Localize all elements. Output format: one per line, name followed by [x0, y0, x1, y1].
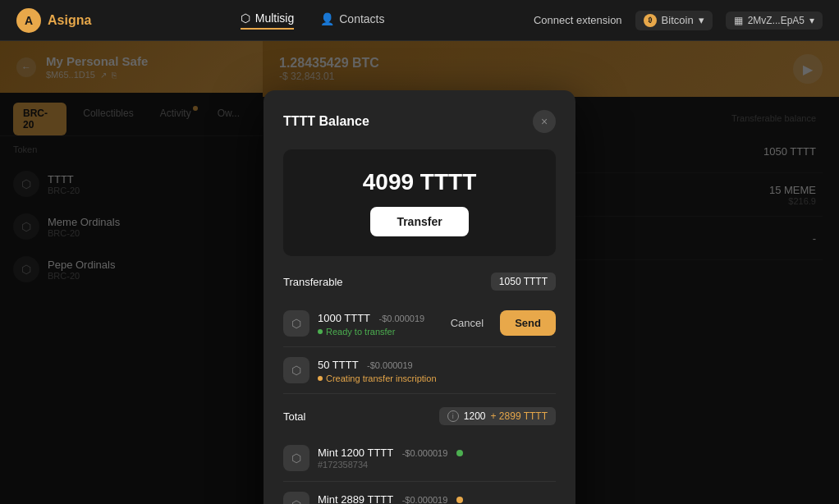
network-icon: ₿ — [644, 14, 657, 27]
transferable-section-header: Transferable 1050 TTTT — [283, 273, 556, 291]
chevron-down-icon: ▾ — [699, 14, 704, 26]
transfer-info-1: 1000 TTTT -$0.000019 Ready to transfer — [318, 310, 433, 337]
transfer-icon-1: ⬡ — [283, 310, 309, 337]
transferable-label: Transferable — [283, 276, 343, 288]
nav-contacts[interactable]: 👤 Contacts — [320, 12, 384, 29]
topnav-right: Connect extension ₿ Bitcoin ▾ ▦ 2MvZ...E… — [534, 11, 823, 30]
status-dot-green-1 — [318, 329, 323, 334]
nav-center: ⬡ Multisig 👤 Contacts — [241, 11, 385, 30]
network-selector[interactable]: ₿ Bitcoin ▾ — [635, 11, 713, 30]
wallet-address-label: 2MvZ...EpA5 — [748, 15, 805, 26]
mint-item-2889: ⬡ Mint 2889 TTTT -$0.000019 #172358734 — [283, 482, 556, 504]
balance-display: 4099 TTTT Transfer — [283, 149, 556, 256]
topnav: A Asigna ⬡ Multisig 👤 Contacts Connect e… — [0, 0, 839, 41]
mint-status-dot-orange — [456, 497, 463, 503]
modal-tttt-balance: TTTT Balance × 4099 TTTT Transfer Transf… — [264, 90, 575, 504]
wallet-icon: ▦ — [734, 15, 743, 26]
info-icon: i — [447, 410, 459, 422]
total-section: Total i 1200 + 2899 TTTT ⬡ Mint 1200 TTT… — [283, 407, 556, 504]
modal-header: TTTT Balance × — [283, 110, 556, 133]
modal-close-button[interactable]: × — [533, 110, 556, 133]
connect-button[interactable]: Connect extension — [534, 14, 622, 26]
contacts-icon: 👤 — [320, 12, 334, 25]
balance-amount: 4099 TTTT — [303, 169, 536, 195]
send-button[interactable]: Send — [500, 310, 556, 336]
mint-icon-2: ⬡ — [283, 492, 309, 504]
mint-status-dot-green — [456, 450, 463, 456]
transfer-button[interactable]: Transfer — [370, 207, 468, 236]
action-buttons: Cancel Send — [441, 310, 556, 336]
logo-icon: A — [16, 8, 41, 33]
main-content: ← My Personal Safe $M65..1D15 ↗ ⎘ BRC-20… — [0, 41, 839, 504]
transfer-item-1000: ⬡ 1000 TTTT -$0.000019 Ready to transfer… — [283, 300, 556, 347]
total-section-header: Total i 1200 + 2899 TTTT — [283, 407, 556, 425]
wallet-address[interactable]: ▦ 2MvZ...EpA5 ▾ — [726, 11, 823, 30]
network-label: Bitcoin — [662, 14, 694, 26]
chevron-down-icon: ▾ — [809, 15, 814, 26]
transferable-badge: 1050 TTTT — [491, 273, 556, 291]
logo: A Asigna — [16, 8, 91, 33]
transfer-item-50: ⬡ 50 TTTT -$0.000019 Creating transfer i… — [283, 347, 556, 394]
nav-multisig[interactable]: ⬡ Multisig — [241, 11, 294, 30]
mint-item-1200: ⬡ Mint 1200 TTTT -$0.000019 #172358734 — [283, 435, 556, 482]
total-badge: i 1200 + 2899 TTTT — [439, 407, 556, 425]
modal-title: TTTT Balance — [283, 114, 369, 129]
transfer-info-2: 50 TTTT -$0.000019 Creating transfer ins… — [318, 357, 556, 383]
cancel-button[interactable]: Cancel — [441, 312, 493, 334]
logo-text: Asigna — [48, 13, 91, 28]
mint-icon-1: ⬡ — [283, 445, 309, 471]
status-dot-orange-1 — [318, 376, 323, 381]
multisig-icon: ⬡ — [241, 11, 250, 25]
total-label: Total — [283, 410, 305, 423]
transfer-icon-2: ⬡ — [283, 357, 309, 383]
